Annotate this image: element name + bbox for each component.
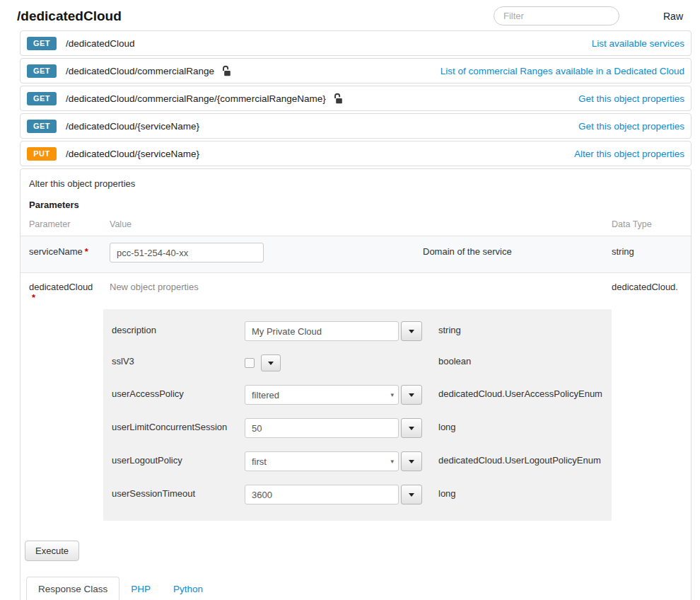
field-data-type: dedicatedCloud.UserAccessPolicyEnum (430, 385, 603, 399)
description-dropdown-button[interactable] (401, 321, 422, 341)
field-label: userAccessPolicy (112, 385, 245, 399)
page-header: /dedicatedCloud Raw (0, 0, 700, 30)
userlimitconcurrentsession-dropdown-button[interactable] (401, 418, 422, 438)
userlimitconcurrentsession-input[interactable] (245, 418, 399, 438)
field-data-type: string (430, 321, 603, 335)
select-arrow-icon: ▾ (390, 458, 394, 465)
method-badge-get: GET (27, 37, 57, 50)
param-row-servicename: serviceName* Domain of the service strin… (21, 236, 691, 273)
endpoint-row-commercial-range-name[interactable]: GET /dedicatedCloud/commercialRange/{com… (20, 86, 692, 111)
description-input[interactable] (245, 321, 399, 341)
field-row-userlimitconcurrentsession: userLimitConcurrentSession long (112, 418, 603, 438)
caret-down-icon (268, 362, 274, 365)
field-label: userLimitConcurrentSession (112, 418, 245, 432)
tab-python[interactable]: Python (162, 577, 214, 600)
endpoint-path: /dedicatedCloud/commercialRange (66, 66, 214, 76)
servicename-input[interactable] (110, 243, 264, 262)
endpoint-row-list-services[interactable]: GET /dedicatedCloud List available servi… (20, 30, 692, 56)
operation-detail-panel: Alter this object properties Parameters … (20, 168, 692, 600)
endpoint-row-commercial-range[interactable]: GET /dedicatedCloud/commercialRange List… (20, 58, 692, 83)
select-arrow-icon: ▾ (390, 391, 394, 398)
field-data-type: dedicatedCloud.UserLogoutPolicyEnum (430, 451, 603, 466)
userlogoutpolicy-select[interactable]: first ▾ (245, 451, 399, 471)
tab-response-class[interactable]: Response Class (26, 577, 119, 600)
endpoint-summary-link[interactable]: Alter this object properties (574, 149, 684, 159)
filter-wrap (494, 6, 619, 25)
filter-input[interactable] (494, 6, 619, 25)
endpoint-row-get-service[interactable]: GET /dedicatedCloud/{serviceName} Get th… (20, 113, 692, 139)
useraccesspolicy-dropdown-button[interactable] (401, 385, 422, 405)
field-label: description (112, 321, 245, 335)
parameters-heading: Parameters (21, 190, 691, 218)
field-row-userlogoutpolicy: userLogoutPolicy first ▾ dedicatedCloud.… (112, 451, 603, 471)
usersessiontimeout-dropdown-button[interactable] (401, 485, 422, 504)
required-asterisk: * (32, 292, 110, 303)
object-properties-box: description string sslV3 boolean (103, 309, 612, 521)
endpoint-row-put-service[interactable]: PUT /dedicatedCloud/{serviceName} Alter … (20, 141, 692, 166)
field-label: userSessionTimeout (112, 485, 245, 499)
param-description: New object properties (110, 282, 612, 292)
field-row-description: description string (112, 321, 603, 341)
endpoint-summary-link[interactable]: Get this object properties (578, 121, 684, 132)
field-data-type: long (430, 418, 603, 432)
endpoint-summary-link[interactable]: List of commercial Ranges available in a… (441, 66, 684, 76)
raw-link[interactable]: Raw (663, 11, 683, 22)
column-parameter: Parameter (29, 219, 110, 229)
execute-button[interactable]: Execute (25, 541, 79, 561)
page-title: /dedicatedCloud (17, 8, 122, 24)
endpoint-summary-link[interactable]: Get this object properties (578, 93, 684, 104)
caret-down-icon (409, 393, 414, 397)
method-badge-put: PUT (27, 147, 57, 161)
column-data-type: Data Type (612, 219, 682, 229)
param-name: serviceName (29, 246, 83, 257)
useraccesspolicy-select[interactable]: filtered ▾ (245, 385, 399, 405)
field-label: sslV3 (112, 354, 245, 367)
param-description: Domain of the service (423, 243, 612, 257)
endpoint-path: /dedicatedCloud (66, 38, 135, 49)
endpoint-path: /dedicatedCloud/{serviceName} (66, 149, 199, 159)
usersessiontimeout-input[interactable] (245, 485, 399, 504)
caret-down-icon (409, 460, 414, 463)
response-tabs: Response Class PHP Python (26, 577, 685, 600)
param-row-dedicatedcloud: dedicatedCloud * New object properties d… (21, 273, 691, 521)
caret-down-icon (409, 427, 414, 430)
field-label: userLogoutPolicy (112, 451, 245, 466)
param-data-type: dedicatedCloud. (612, 282, 682, 292)
userlogoutpolicy-dropdown-button[interactable] (401, 451, 422, 471)
sslv3-dropdown-button[interactable] (261, 354, 281, 371)
method-badge-get: GET (27, 92, 57, 105)
required-asterisk: * (85, 246, 88, 257)
field-row-usersessiontimeout: userSessionTimeout long (112, 485, 603, 504)
caret-down-icon (409, 493, 414, 497)
open-lock-icon (333, 93, 343, 104)
field-data-type: long (430, 485, 603, 499)
field-row-sslv3: sslV3 boolean (112, 354, 603, 371)
caret-down-icon (409, 330, 414, 333)
param-data-type: string (612, 243, 682, 257)
parameters-table-header: Parameter Value Data Type (21, 218, 691, 236)
open-lock-icon (221, 65, 231, 76)
endpoint-summary-link[interactable]: List available services (592, 38, 684, 49)
method-badge-get: GET (27, 120, 57, 133)
endpoint-path: /dedicatedCloud/{serviceName} (66, 121, 199, 132)
operation-description: Alter this object properties (21, 169, 691, 190)
column-value: Value (110, 219, 423, 229)
field-data-type: boolean (430, 354, 603, 367)
endpoint-path: /dedicatedCloud/commercialRange/{commerc… (66, 93, 326, 104)
field-row-useraccesspolicy: userAccessPolicy filtered ▾ dedicatedClo… (112, 385, 603, 405)
method-badge-get: GET (27, 64, 57, 78)
sslv3-checkbox[interactable] (245, 358, 255, 368)
tab-php[interactable]: PHP (119, 577, 162, 600)
param-name: dedicatedCloud (29, 282, 110, 292)
